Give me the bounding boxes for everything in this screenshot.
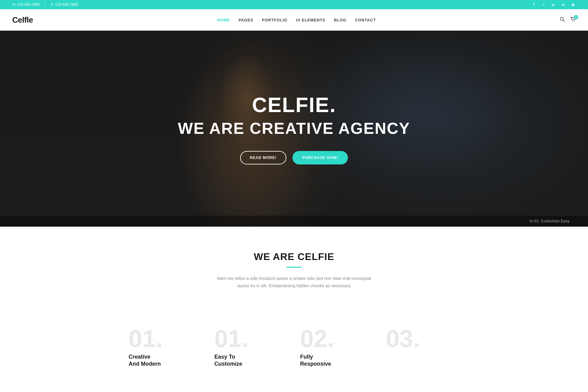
facebook-icon[interactable]: f [531, 2, 537, 7]
nav-link-pages[interactable]: PAGES [239, 18, 254, 22]
email-text: 123-456-7890 [17, 2, 40, 7]
about-description: Nam nec tellus a odio tincidunt auctor a… [214, 275, 374, 290]
googleplus-icon[interactable]: g+ [551, 2, 556, 7]
email-icon: ✉ [12, 2, 15, 7]
nav-link-blog[interactable]: BLOG [334, 18, 346, 22]
hero-content: CELFIE. WE ARE CREATIVE AGENCY READ MORE… [178, 93, 410, 164]
nav-item-home[interactable]: HOME [217, 17, 230, 23]
twitter-icon[interactable]: 𝕣 [541, 2, 546, 7]
nav-link-ui-elements[interactable]: UI ELEMENTS [296, 18, 325, 22]
feature-item-2: 01. Easy to Customize [208, 326, 294, 368]
search-button[interactable] [560, 17, 565, 23]
about-title: WE ARE CELFIE [12, 251, 576, 262]
email-contact[interactable]: ✉ 123-456-7890 [12, 2, 40, 7]
feature-item-3: 02. Fully Responsive [294, 326, 380, 368]
read-more-button[interactable]: READ MORE! [240, 151, 286, 164]
about-section: WE ARE CELFIE Nam nec tellus a odio tinc… [0, 227, 588, 326]
nav-link-home[interactable]: HOME [217, 18, 230, 22]
top-bar: ✉ 123-456-7890 | ✆ 123-456-7890 f 𝕣 g+ i… [0, 0, 588, 9]
feature-number-1: 01. [129, 326, 202, 351]
feature-number-3: 02. [300, 326, 374, 351]
nav-link-contact[interactable]: CONTACT [355, 18, 376, 22]
hero-title-main: CELFIE. [178, 93, 410, 117]
nav-item-ui-elements[interactable]: UI ELEMENTS [296, 17, 325, 23]
svg-line-1 [563, 20, 564, 22]
about-divider [286, 267, 302, 268]
phone-contact[interactable]: ✆ 123-456-7890 [51, 2, 78, 7]
nav-item-pages[interactable]: PAGES [239, 17, 254, 23]
purchase-now-button[interactable]: PURCHASE NOW! [292, 151, 348, 164]
hero-buttons: READ MORE! PURCHASE NOW! [178, 151, 410, 164]
feature-title-3: Fully Responsive [300, 353, 374, 368]
feature-title-1: Creative and Modern [129, 353, 202, 368]
feature-item-1: 01. Creative and Modern [123, 326, 208, 368]
feature-item-4: 03. [380, 326, 466, 353]
bottom-scroll-bar: to 01. Customize Easy [0, 216, 588, 227]
top-bar-left: ✉ 123-456-7890 | ✆ 123-456-7890 [12, 2, 78, 7]
bottom-scroll-text: to 01. Customize Easy [530, 219, 570, 223]
linkedin-icon[interactable]: in [560, 2, 566, 7]
navbar: Celfle HOME PAGES PORTFOLIO UI ELEMENTS … [0, 9, 588, 31]
nav-link-portfolio[interactable]: PORTFOLIO [262, 18, 287, 22]
navbar-nav: HOME PAGES PORTFOLIO UI ELEMENTS BLOG CO… [217, 17, 376, 23]
phone-text: 123-456-7890 [55, 2, 78, 7]
nav-item-portfolio[interactable]: PORTFOLIO [262, 17, 287, 23]
top-bar-divider: | [45, 2, 46, 7]
nav-item-blog[interactable]: BLOG [334, 17, 346, 23]
feature-number-4: 03. [386, 326, 459, 351]
top-bar-right: f 𝕣 g+ in ◉ [531, 2, 576, 7]
nav-item-contact[interactable]: CONTACT [355, 17, 376, 23]
hero-title-sub: WE ARE CREATIVE AGENCY [178, 119, 410, 138]
svg-point-2 [572, 21, 573, 22]
feature-title-2: Easy to Customize [214, 353, 288, 368]
cart-badge: 2 [574, 15, 578, 19]
rss-icon[interactable]: ◉ [570, 2, 576, 7]
navbar-actions: 2 [560, 17, 576, 23]
hero-section: CELFIE. WE ARE CREATIVE AGENCY READ MORE… [0, 31, 588, 227]
phone-icon: ✆ [51, 2, 54, 7]
feature-number-2: 01. [214, 326, 288, 351]
cart-button[interactable]: 2 [570, 17, 576, 23]
navbar-logo[interactable]: Celfle [12, 15, 33, 25]
svg-point-3 [574, 21, 575, 22]
search-icon [560, 17, 565, 22]
features-row: 01. Creative and Modern 01. Easy to Cust… [0, 326, 588, 374]
